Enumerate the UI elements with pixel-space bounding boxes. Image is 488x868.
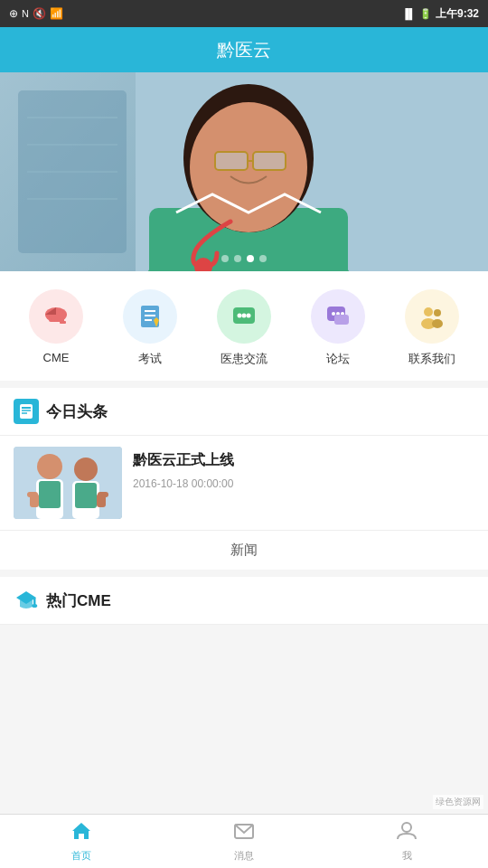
exam-icon [136, 302, 164, 331]
cme-icon-item[interactable]: CME [15, 289, 97, 364]
exam-circle [123, 289, 177, 344]
svg-rect-49 [39, 481, 61, 508]
cme-label: CME [43, 351, 70, 364]
dot-1 [221, 255, 229, 262]
time-display: 上午9:32 [436, 6, 479, 22]
forum-icon [324, 302, 352, 331]
wifi-icon: 📶 [50, 7, 63, 20]
forum-circle [311, 289, 365, 344]
dot-2 [234, 255, 241, 262]
person-svg-icon [396, 821, 418, 841]
tab-home-label: 首页 [71, 849, 91, 863]
doctor-illustration [0, 72, 488, 271]
contact-icon [418, 302, 446, 331]
hot-cme-section: 热门CME [0, 577, 488, 625]
dot-4 [259, 255, 267, 262]
envelope-svg-icon [233, 821, 255, 841]
dot-3 [247, 255, 254, 262]
status-right: ▐▌ 🔋 上午9:32 [401, 6, 479, 22]
exchange-label: 医患交流 [221, 351, 267, 367]
today-title: 今日头条 [46, 401, 108, 422]
svg-point-59 [32, 604, 37, 608]
contact-label: 联系我们 [408, 351, 455, 367]
news-content: 黔医云正式上线 2016-10-18 00:00:00 [133, 447, 474, 490]
status-left-icons: ⊕ N 🔇 📶 [9, 7, 63, 20]
svg-rect-56 [98, 492, 108, 497]
nav-bar: 黔医云 [0, 27, 488, 72]
svg-point-50 [74, 458, 98, 481]
today-header: 今日头条 [0, 388, 488, 436]
news-item[interactable]: 黔医云正式上线 2016-10-18 00:00:00 [0, 436, 488, 530]
svg-rect-36 [334, 315, 349, 325]
svg-point-62 [402, 823, 411, 832]
nfc-icon: N [22, 8, 29, 19]
chat-icon [230, 302, 258, 331]
tab-me[interactable]: 我 [325, 816, 488, 867]
svg-rect-58 [33, 598, 36, 605]
svg-point-27 [238, 314, 242, 318]
exchange-icon-item[interactable]: 医患交流 [203, 289, 285, 367]
svg-point-28 [242, 314, 247, 318]
today-section: 今日头条 黔医云正式上 [0, 388, 488, 570]
icon-grid: CME 考试 医患交流 [0, 271, 488, 381]
svg-rect-12 [215, 152, 248, 170]
message-icon [233, 821, 255, 846]
hot-cme-title: 热门CME [46, 590, 111, 611]
svg-rect-13 [253, 152, 286, 170]
forum-icon-item[interactable]: 论坛 [297, 289, 379, 367]
status-bar: ⊕ N 🔇 📶 ▐▌ 🔋 上午9:32 [0, 0, 488, 27]
news-date: 2016-10-18 00:00:00 [133, 477, 474, 490]
svg-marker-60 [72, 823, 90, 839]
svg-point-32 [332, 312, 335, 316]
svg-point-40 [434, 309, 441, 316]
svg-rect-46 [14, 447, 122, 519]
me-icon [396, 821, 418, 846]
news-doc-icon [18, 403, 34, 420]
cme-header: 热门CME [0, 577, 488, 625]
tab-me-label: 我 [402, 849, 412, 863]
tab-message[interactable]: 消息 [163, 816, 325, 867]
home-svg-icon [70, 821, 92, 841]
exam-icon-item[interactable]: 考试 [109, 289, 191, 367]
more-news-button[interactable]: 新闻 [0, 530, 488, 570]
volume-icon: 🔇 [33, 7, 46, 20]
svg-point-38 [424, 307, 433, 316]
tab-home[interactable]: 首页 [0, 816, 163, 867]
svg-point-29 [247, 314, 251, 318]
tab-message-label: 消息 [234, 849, 254, 863]
cme-graduation-icon [14, 589, 38, 612]
svg-rect-54 [27, 492, 38, 497]
forum-label: 论坛 [326, 351, 350, 367]
tab-bar: 首页 消息 我 [0, 814, 488, 868]
svg-rect-42 [20, 404, 33, 419]
watermark: 绿色资源网 [433, 795, 483, 809]
svg-point-41 [432, 319, 443, 328]
signal-icon: ▐▌ [401, 8, 416, 19]
svg-rect-20 [61, 315, 64, 322]
news-headline: 黔医云正式上线 [133, 451, 474, 470]
exam-label: 考试 [138, 351, 162, 367]
exchange-circle [217, 289, 271, 344]
news-thumb-illustration [14, 447, 122, 519]
contact-icon-item[interactable]: 联系我们 [391, 289, 473, 367]
contact-circle [405, 289, 459, 344]
today-section-icon [14, 399, 39, 424]
news-thumbnail [14, 447, 122, 519]
cme-circle [29, 289, 83, 344]
nav-title: 黔医云 [217, 38, 271, 62]
home-icon [70, 821, 92, 846]
svg-point-47 [37, 454, 62, 479]
battery-icon: 🔋 [419, 8, 432, 20]
hero-banner[interactable] [0, 72, 488, 271]
banner-dots [0, 255, 488, 262]
hero-image [0, 72, 488, 271]
svg-rect-52 [75, 483, 97, 508]
svg-rect-21 [60, 321, 66, 324]
cme-section-icon [14, 588, 39, 613]
graduation-icon [42, 302, 70, 331]
gps-icon: ⊕ [9, 7, 18, 20]
